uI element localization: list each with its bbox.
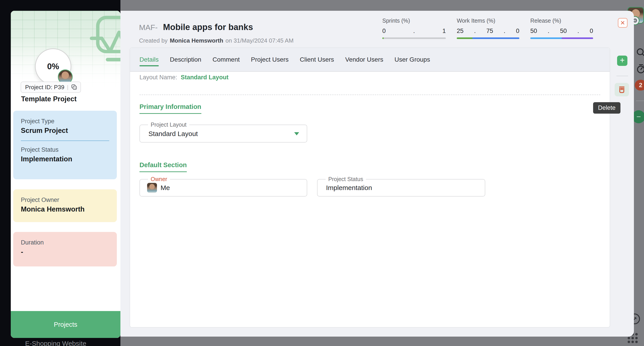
release-stat: Release (%) 50 . 50 . 0 [530, 17, 593, 39]
delete-tooltip: Delete [593, 102, 620, 114]
trash-icon [618, 86, 626, 94]
project-status-value: Implementation [21, 155, 109, 163]
close-button[interactable]: ✕ [618, 18, 628, 28]
project-details-modal: ✕ MAF- Mobile apps for banks Created by … [120, 11, 634, 337]
sprints-bar [382, 37, 446, 39]
progress-value: 0% [47, 62, 59, 71]
rail-divider [636, 101, 644, 101]
project-layout-label: Project Layout [148, 121, 189, 128]
modal-header: MAF- Mobile apps for banks [139, 22, 253, 32]
project-owner-value: Monica Hemsworth [21, 205, 109, 213]
template-project-title: Template Project [21, 95, 77, 103]
tab-details[interactable]: Details [140, 48, 159, 71]
tab-project-users[interactable]: Project Users [251, 48, 288, 71]
details-panel: Details Description Comment Project User… [130, 47, 610, 328]
work-items-stat: Work Items (%) 25 . 75 . 0 [457, 17, 519, 39]
owner-field[interactable]: Owner Me [140, 179, 307, 197]
work-items-bar [457, 37, 519, 39]
created-by-line: Created by Monica Hemsworth on 31/May/20… [139, 37, 294, 44]
default-section-heading: Default Section [140, 161, 187, 172]
tab-bar: Details Description Comment Project User… [130, 48, 610, 72]
monitor-pulse-icon [85, 15, 120, 73]
project-code: MAF- [139, 23, 158, 32]
project-owner-card: Project Owner Monica Hemsworth [13, 189, 117, 222]
projects-button[interactable]: Projects [11, 311, 120, 338]
progress-stats: Sprints (%) 0 . 1 Work Items (%) 25 . 75… [382, 17, 593, 39]
project-id-pill[interactable]: Project ID: P39 | [21, 82, 81, 93]
pill-separator: | [67, 84, 68, 90]
tab-user-groups[interactable]: User Groups [394, 48, 430, 71]
sprints-values: 0 . 1 [382, 27, 446, 34]
primary-information-heading: Primary Information [140, 103, 201, 114]
project-type-value: Scrum Project [21, 127, 109, 135]
layout-name-row: Layout Name: Standard Layout [140, 74, 228, 81]
tab-client-users[interactable]: Client Users [300, 48, 334, 71]
dashed-divider [140, 95, 600, 95]
add-button[interactable]: + [617, 55, 628, 66]
duration-value: - [21, 248, 109, 256]
page-title: Mobile apps for banks [163, 22, 253, 32]
action-divider [616, 76, 628, 76]
created-by-date: on 31/May/2024 07:45 AM [226, 37, 294, 44]
project-summary-card: 0% Project ID: P39 | Template Project Pr… [11, 11, 120, 338]
duration-card: Duration - [13, 232, 117, 267]
created-by-user: Monica Hemsworth [170, 37, 223, 44]
tab-vendor-users[interactable]: Vendor Users [345, 48, 384, 71]
screen: ⚙ 2 – ↗ E-Shopping Website 0% [0, 0, 644, 346]
search-icon[interactable] [636, 47, 644, 58]
project-type-label: Project Type [21, 118, 109, 125]
work-items-values: 25 . 75 . 0 [457, 27, 519, 34]
card-divider [21, 140, 109, 141]
project-status-field-label: Project Status [326, 176, 366, 182]
project-status-field-value: Implementation [326, 184, 372, 192]
project-layout-field[interactable]: Project Layout Standard Layout [140, 125, 307, 143]
release-label: Release (%) [530, 17, 593, 24]
project-id-label: Project ID: P39 [25, 84, 64, 91]
sprints-stat: Sprints (%) 0 . 1 [382, 17, 446, 39]
owner-field-value: Me [160, 184, 170, 192]
timer-icon[interactable] [636, 63, 644, 74]
duration-label: Duration [21, 239, 109, 246]
tab-comment[interactable]: Comment [212, 48, 240, 71]
layout-name-value[interactable]: Standard Layout [181, 74, 228, 81]
delete-button[interactable] [615, 83, 629, 96]
tab-description[interactable]: Description [170, 48, 201, 71]
project-type-card: Project Type Scrum Project Project Statu… [13, 111, 117, 179]
work-items-label: Work Items (%) [457, 17, 519, 24]
owner-field-label: Owner [148, 176, 170, 182]
sprints-label: Sprints (%) [382, 17, 446, 24]
project-layout-value: Standard Layout [148, 130, 198, 138]
layout-name-label: Layout Name: [140, 74, 177, 81]
project-owner-label: Project Owner [21, 197, 109, 203]
project-status-label: Project Status [21, 146, 109, 153]
owner-field-avatar [147, 183, 157, 193]
copy-icon[interactable] [71, 84, 77, 90]
release-values: 50 . 50 . 0 [530, 27, 593, 34]
project-status-field[interactable]: Project Status Implementation [317, 179, 485, 197]
project-name-behind: E-Shopping Website [25, 340, 86, 346]
release-bar [530, 37, 593, 39]
created-by-text: Created by [139, 37, 168, 44]
notification-badge[interactable]: 2 [635, 80, 644, 90]
chevron-down-icon[interactable] [294, 132, 299, 135]
